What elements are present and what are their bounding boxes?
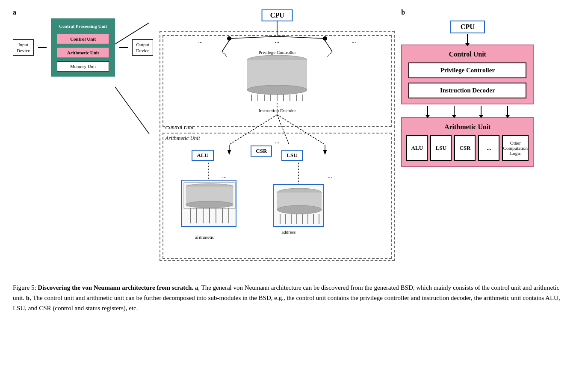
b-lsu-box: LSU [430, 135, 452, 161]
svg-line-45 [277, 115, 325, 145]
b-arrow5 [507, 106, 508, 116]
caption-prefix: Figure 5: [13, 284, 36, 291]
diagram-center: CPU Control Unit Arithmetic Unit Privile… [157, 9, 397, 265]
b-cpu-wrapper: CPU [401, 21, 534, 33]
svg-line-0 [115, 23, 149, 44]
b-branch-line3 [481, 106, 482, 116]
diagram-b-container: b CPU Control Unit Privilege Controller … [401, 9, 534, 167]
b-other-box: Other Computation Logic [502, 135, 529, 161]
b-privilege-controller: Privilege Controller [408, 62, 526, 78]
input-device-box: Input Device [13, 39, 34, 56]
svg-line-40 [229, 36, 277, 39]
svg-line-41 [277, 36, 325, 39]
svg-line-59 [222, 51, 227, 56]
cpu-main-box: Central Processing Unit Control Unit Ari… [51, 18, 115, 77]
control-unit-sub: Control Unit [57, 34, 109, 44]
b-arrow1 [401, 34, 534, 44]
b-branch-line4 [507, 106, 508, 116]
caption-b-label: b [26, 294, 30, 301]
svg-text:...: ... [328, 172, 332, 179]
svg-text:...: ... [222, 172, 227, 179]
b-csr-box: CSR [454, 135, 476, 161]
svg-line-60 [325, 41, 332, 51]
arithmetic-unit-sub: Arithmetic Unit [57, 47, 109, 58]
b-control-unit: Control Unit Privilege Controller Instru… [401, 45, 534, 104]
svg-text:...: ... [352, 38, 356, 44]
caption-body2: , The control unit and arithmetic unit c… [13, 294, 560, 312]
caption-title: Discovering the von Neumann architecture… [38, 284, 193, 291]
figure-caption: Figure 5: Discovering the von Neumann ar… [13, 282, 569, 313]
svg-line-1 [115, 87, 149, 134]
b-cpu-box: CPU [450, 21, 485, 33]
svg-line-61 [328, 51, 332, 56]
cpu-main-label: Central Processing Unit [57, 24, 109, 29]
b-arrow4 [481, 106, 482, 116]
b-arithmetic-unit: Arithmetic Unit ALU LSU CSR ... Other Co… [401, 117, 534, 167]
memory-unit-sub: Memory Unit [57, 61, 109, 71]
b-multi-arrows [401, 106, 534, 116]
figure-container: a Input Device Central Processing Unit C… [13, 9, 575, 313]
b-alu-box: ALU [406, 135, 428, 161]
center-connections-svg: ... ... ... ... ... ... [157, 9, 397, 265]
svg-line-43 [229, 115, 277, 145]
b-branch-line1 [427, 106, 428, 116]
b-arrow2 [427, 106, 428, 116]
b-control-unit-title: Control Unit [408, 50, 526, 58]
svg-text:...: ... [275, 138, 280, 145]
b-instruction-decoder: Instruction Decoder [408, 83, 526, 98]
b-sub-boxes: ALU LSU CSR ... Other Computation Logic [406, 135, 529, 161]
diagram-b-label: b [401, 9, 405, 16]
b-branch-line2 [454, 106, 455, 116]
svg-text:...: ... [275, 38, 280, 44]
diagram-a: Input Device Central Processing Unit Con… [13, 18, 153, 77]
svg-line-58 [222, 41, 230, 51]
b-arrow3 [454, 106, 455, 116]
diagram-a-label: a [13, 9, 16, 16]
b-dots-box: ... [478, 135, 499, 161]
diagrams-row: a Input Device Central Processing Unit C… [13, 9, 575, 265]
svg-text:...: ... [198, 38, 203, 44]
b-arithmetic-unit-title: Arithmetic Unit [406, 123, 529, 131]
